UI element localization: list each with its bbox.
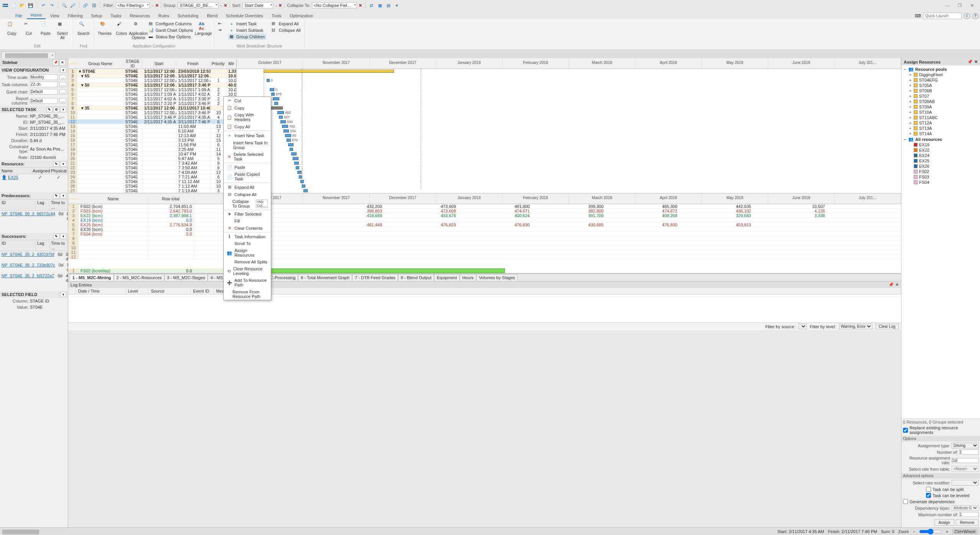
bottom-tab[interactable]: 2 - MS_M2C-Resources (114, 274, 164, 281)
insert-subtask-button[interactable]: ＋Insert Subtask (228, 27, 267, 33)
bottom-tab[interactable]: 3 - MS_M2C-Stages (164, 274, 208, 281)
bottom-tab[interactable]: Hours (460, 274, 476, 281)
ctx-collapse-all[interactable]: ⊟Collapse All (224, 191, 271, 198)
gantt-summary-bar[interactable] (264, 70, 394, 73)
col-group-name[interactable]: Group Name (77, 61, 123, 67)
gantt-task-bar[interactable] (273, 97, 279, 100)
gantt-row[interactable]: 7ST04E1/11/2017 4:02 AM1/11/2017 3:30 PM… (68, 97, 236, 101)
report-columns-combo[interactable]: Default (30, 98, 58, 104)
undo-icon[interactable]: ↶ (40, 2, 46, 8)
expand-icon[interactable]: + (908, 94, 912, 98)
zoom-out-icon[interactable]: 🔍 (61, 2, 67, 8)
ctx-copy[interactable]: 📋Copy (224, 104, 271, 111)
log-close-icon[interactable]: ✕ (895, 282, 899, 287)
gantt-row[interactable]: 19ST04E10:47 PM1410.0 (68, 152, 236, 156)
gantt-task-bar[interactable] (290, 148, 293, 151)
gantt-row[interactable]: 10ST04E1/11/2017 12:00 AM1/11/2017 3:46 … (68, 110, 236, 115)
tab-blend[interactable]: Blend (203, 12, 221, 19)
gantt-row[interactable]: 16ST04E3:13 PM1510.0 (68, 138, 236, 142)
ctx-expand-all[interactable]: ⊞Expand All (224, 183, 271, 191)
resource-node[interactable]: FS03 (913, 174, 979, 180)
gantt-row[interactable]: 2 ▾ 65ST04E1/11/2017 12:00 AM1/11/2017 1… (68, 74, 236, 78)
bottom-tab[interactable]: 7 - DTR Feed Grades (352, 274, 398, 281)
tab-tasks[interactable]: Tasks (107, 12, 125, 19)
gantt-task-bar[interactable] (282, 125, 288, 128)
successor-link[interactable]: NP_ST04E_35_2_fd5722a7 (0, 273, 56, 283)
group-children-button[interactable]: ▦Group Children (228, 34, 267, 40)
resource-node[interactable]: FS02 (913, 169, 979, 174)
gantt-row[interactable]: 12ST04E2/11/2017 4:35 AM2/11/2017 7:46 P… (68, 119, 236, 124)
gantt-row[interactable]: 25ST04E7 11:12 AM1010.0 (68, 179, 236, 184)
zoom-in-icon[interactable]: 🔎 (70, 2, 76, 8)
gantt-row[interactable]: 27ST04E7 1:19 AM310.0 (68, 188, 236, 193)
gantt-table[interactable]: Group Name STAGE ID Start Finish Priorit… (68, 58, 237, 193)
bottom-tab[interactable]: 1 - MS_M2C-Mining (70, 274, 114, 281)
insert-task-button[interactable]: ＋Insert Task (228, 21, 267, 27)
ctx-copy-headers[interactable]: 📋Copy With Headers (224, 111, 271, 123)
ctx-insert-task[interactable]: ＋Insert New Task (224, 131, 271, 139)
gantt-task-bar[interactable] (271, 93, 275, 96)
time-scale-combo[interactable]: Monthly (30, 74, 58, 80)
sidebar-close-icon[interactable]: ✕ (59, 59, 66, 65)
gantt-row[interactable]: 1▾ ST04EST04E1/11/2017 12:00 AM23/03/201… (68, 69, 236, 74)
ctx-assign-resources[interactable]: 👥Assign Resources (224, 247, 271, 259)
predecessor-link[interactable]: NP_ST04E_50_3_66572c44 (0, 211, 57, 221)
resource-node[interactable]: FS04 (913, 180, 979, 185)
gantt-task-bar[interactable] (294, 162, 299, 165)
resource-node[interactable]: EX25 (913, 158, 979, 164)
gantt-row[interactable]: 26ST04E7 1:12 AM1010.0 (68, 184, 236, 188)
edit-icon[interactable]: ✎ (46, 107, 52, 112)
gantt-task-bar[interactable] (297, 171, 302, 174)
gantt-task-bar[interactable] (279, 116, 283, 119)
gantt-task-bar[interactable] (302, 185, 305, 188)
log-col-eventid[interactable]: Event ID (191, 288, 214, 294)
gantt-task-bar[interactable] (270, 88, 274, 91)
gantt-row[interactable]: 22ST04E7 3:50 AM810.0 (68, 165, 236, 170)
filter-combo[interactable]: <No Filtering> (116, 2, 150, 8)
ctx-scroll-to[interactable]: Scroll To (224, 240, 271, 247)
tab-setup[interactable]: Setup (87, 12, 106, 19)
pool-node[interactable]: +ST04EFG (908, 77, 979, 83)
info-icon[interactable]: ? (972, 13, 978, 19)
gantt-task-bar[interactable] (285, 134, 291, 137)
new-icon[interactable]: 📄 (11, 2, 17, 8)
gantt-task-bar[interactable] (288, 143, 293, 146)
tab-resources[interactable]: Resources (126, 12, 154, 19)
time-scale-ellipsis[interactable]: … (59, 75, 66, 80)
log-col-datetime[interactable]: Date / Time (76, 288, 126, 294)
group-combo[interactable]: STAGE_ID_BE… (178, 2, 218, 8)
pool-node[interactable]: +ST12A (908, 120, 979, 126)
expand-icon[interactable]: + (908, 115, 912, 120)
filter-clear-icon[interactable]: ✕ (155, 3, 159, 8)
ctx-add-resource-path[interactable]: ➕Add To Resource Path (224, 277, 271, 288)
resource-row[interactable]: 3EX22 (bcm)2,387,988.1 (68, 213, 236, 218)
expand-icon[interactable]: + (908, 83, 912, 88)
rate-modifier-combo[interactable] (952, 480, 978, 486)
gantt-row[interactable]: 15ST04E12:13 AM1210.0 (68, 133, 236, 138)
expand-icon[interactable]: + (908, 78, 912, 82)
col-start[interactable]: Start (142, 61, 176, 67)
resource-node[interactable]: EX26 (913, 164, 979, 169)
gear-icon[interactable]: ⚙ (53, 107, 59, 112)
gantt-task-bar[interactable] (280, 120, 286, 123)
pool-node[interactable]: +ST05A (908, 83, 979, 88)
tool3-icon[interactable]: ▤ (385, 2, 392, 8)
assign-close-icon[interactable]: ✕ (974, 59, 978, 64)
bottom-tab[interactable]: 8 - Blend Output (398, 274, 434, 281)
log-col-message[interactable]: Message (214, 288, 901, 294)
pool-node[interactable]: +ST10A (908, 110, 979, 115)
successor-link[interactable]: NP_ST04E_35_2_733e907c (0, 262, 57, 273)
expand-icon[interactable]: + (908, 88, 912, 93)
task-leveled-checkbox[interactable] (926, 493, 931, 498)
section-toggle-icon[interactable]: ▾ (60, 67, 66, 73)
advanced-options-header[interactable]: Advanced options (901, 473, 980, 479)
pool-node[interactable]: +ST11ABC (908, 115, 979, 120)
ctx-clear-contents[interactable]: ✕Clear Contents (224, 224, 271, 232)
tab-optimization[interactable]: Optimization (286, 12, 317, 19)
col-mir[interactable]: Mir (226, 61, 236, 67)
resource-link[interactable]: EX25 (8, 175, 18, 180)
gantt-task-bar[interactable] (296, 166, 299, 169)
generate-deps-checkbox[interactable] (903, 499, 908, 504)
log-filter-level[interactable]: Warning, Error (839, 324, 872, 329)
log-filter-source[interactable] (798, 324, 807, 329)
